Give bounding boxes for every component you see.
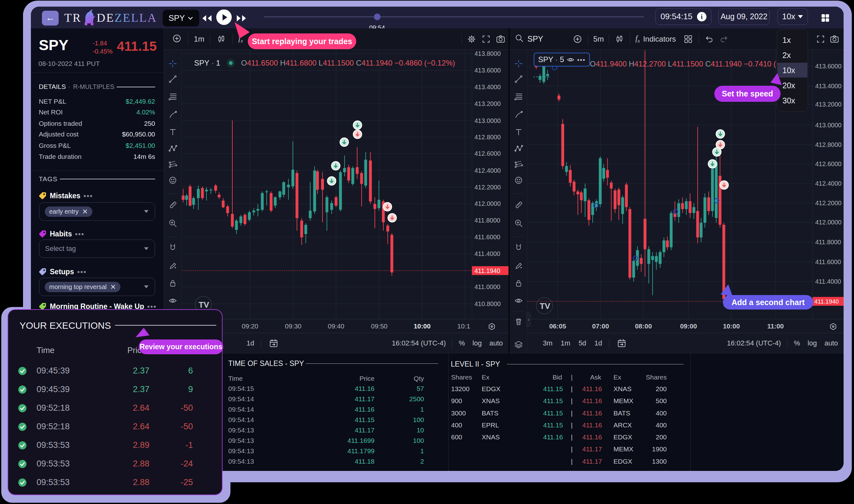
svg-text:413.8000: 413.8000	[474, 50, 501, 57]
svg-text:TV: TV	[540, 301, 550, 311]
svg-text:413.2000: 413.2000	[815, 101, 841, 108]
svg-text:412.2000: 412.2000	[474, 184, 501, 191]
svg-text:412.6000: 412.6000	[815, 160, 841, 167]
svg-text:411.6000: 411.6000	[815, 258, 841, 265]
svg-text:412.6000: 412.6000	[474, 150, 501, 157]
svg-text:412.8000: 412.8000	[815, 141, 841, 148]
svg-text:412.4000: 412.4000	[474, 167, 501, 174]
svg-text:412.0000: 412.0000	[815, 219, 841, 226]
svg-text:411.4000: 411.4000	[474, 250, 500, 257]
svg-text:413.4000: 413.4000	[815, 83, 841, 90]
svg-text:TV: TV	[199, 300, 209, 309]
svg-text:411.0000: 411.0000	[474, 283, 500, 290]
svg-text:413.0000: 413.0000	[815, 122, 841, 129]
svg-text:411.4000: 411.4000	[815, 278, 841, 285]
svg-text:413.0000: 413.0000	[474, 117, 501, 124]
svg-text:411.8000: 411.8000	[815, 239, 841, 246]
svg-text:413.2000: 413.2000	[474, 100, 501, 107]
svg-text:410.8000: 410.8000	[474, 300, 501, 307]
svg-text:411.1940: 411.1940	[474, 267, 500, 274]
svg-text:411.8000: 411.8000	[474, 217, 500, 224]
svg-text:411.6000: 411.6000	[474, 234, 500, 240]
svg-text:413.6000: 413.6000	[474, 67, 501, 74]
svg-text:413.6000: 413.6000	[815, 63, 841, 70]
svg-text:412.8000: 412.8000	[474, 134, 501, 141]
svg-text:413.4000: 413.4000	[474, 84, 501, 90]
svg-text:412.0000: 412.0000	[474, 200, 501, 207]
svg-text:412.2000: 412.2000	[815, 199, 841, 206]
svg-text:411.1940: 411.1940	[814, 298, 839, 305]
svg-text:412.4000: 412.4000	[815, 180, 841, 187]
